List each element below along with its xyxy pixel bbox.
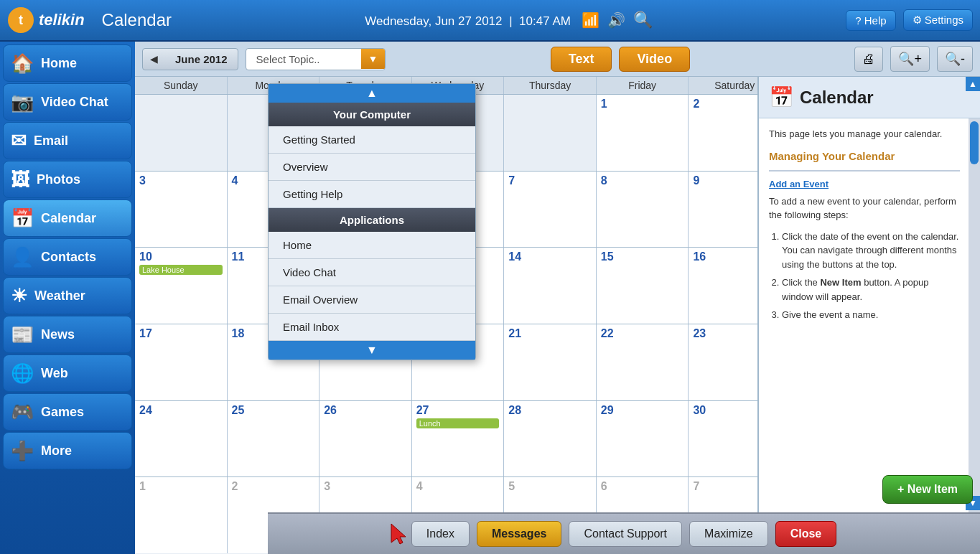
- sidebar-item-news[interactable]: 📰 News: [3, 316, 132, 353]
- svg-text:t: t: [19, 13, 23, 27]
- dropdown-video-chat[interactable]: Video Chat: [269, 259, 475, 286]
- cal-cell[interactable]: 1: [135, 477, 228, 553]
- dropdown-email-overview[interactable]: Email Overview: [269, 286, 475, 314]
- help-add-event-link[interactable]: Add an Event: [769, 177, 960, 192]
- print-button[interactable]: 🖨: [854, 47, 883, 72]
- help-button[interactable]: ? Help: [846, 10, 895, 31]
- video-chat-icon: 📷: [11, 91, 34, 113]
- cursor-indicator: [390, 522, 411, 548]
- volume-icon: 🔊: [607, 12, 625, 28]
- sidebar-label-web: Web: [41, 366, 68, 381]
- cal-cell[interactable]: 8: [597, 172, 689, 248]
- sidebar-label-calendar: Calendar: [41, 211, 96, 226]
- sidebar-item-home[interactable]: 🏠 Home: [3, 44, 132, 82]
- main-layout: 🏠 Home 📷 Video Chat ✉ Email 🖼 Photos 📅 C…: [0, 42, 980, 554]
- cal-cell[interactable]: [504, 95, 597, 171]
- cal-cell[interactable]: 15: [597, 248, 689, 324]
- calendar-icon: 📅: [11, 207, 34, 230]
- sidebar-item-web[interactable]: 🌐 Web: [3, 355, 132, 392]
- dropdown-getting-started[interactable]: Getting Started: [269, 126, 475, 154]
- cal-cell[interactable]: 21: [504, 324, 597, 400]
- logo-text: telikin: [39, 11, 85, 29]
- topic-dropdown-arrow: ▼: [361, 49, 386, 69]
- event-lunch[interactable]: Lunch: [416, 418, 500, 428]
- dropdown-email-inbox[interactable]: Email Inbox: [269, 314, 475, 341]
- topbar-sep: |: [506, 14, 520, 28]
- sidebar-label-games: Games: [41, 405, 84, 420]
- logo-icon: t: [7, 6, 34, 34]
- home-icon: 🏠: [11, 52, 34, 75]
- sidebar-label-more: More: [41, 443, 72, 459]
- dropdown-your-computer-header: Your Computer: [269, 103, 475, 126]
- zoom-in-button[interactable]: 🔍+: [890, 46, 930, 72]
- cal-cell[interactable]: 7: [504, 172, 597, 248]
- sidebar-item-contacts[interactable]: 👤 Contacts: [3, 238, 132, 276]
- topbar: t telikin Calendar Wednesday, Jun 27 201…: [0, 0, 980, 42]
- index-button[interactable]: Index: [411, 521, 470, 547]
- email-icon: ✉: [11, 130, 27, 152]
- month-label: June 2012: [165, 49, 238, 70]
- index-btn-container: Index: [411, 521, 470, 547]
- cal-cell[interactable]: 29: [597, 401, 689, 477]
- content-area: ◀ June 2012 Select Topic.. ▼ Text Video …: [135, 42, 980, 554]
- svg-marker-2: [391, 524, 406, 544]
- sidebar: 🏠 Home 📷 Video Chat ✉ Email 🖼 Photos 📅 C…: [0, 42, 135, 554]
- search-icon[interactable]: 🔍: [633, 11, 653, 29]
- cal-cell[interactable]: 24: [135, 401, 228, 477]
- news-icon: 📰: [11, 324, 34, 346]
- cal-cell[interactable]: [135, 95, 228, 171]
- sidebar-item-weather[interactable]: ☀ Weather: [3, 277, 132, 314]
- close-button[interactable]: Close: [775, 521, 837, 547]
- cal-cell[interactable]: 3: [135, 172, 228, 248]
- sidebar-label-contacts: Contacts: [41, 250, 96, 265]
- cal-cell[interactable]: 26: [319, 401, 412, 477]
- cal-cell[interactable]: 1: [597, 95, 689, 171]
- web-icon: 🌐: [11, 362, 34, 385]
- cal-cell-10[interactable]: 10 Lake House: [135, 248, 228, 324]
- sidebar-item-games[interactable]: 🎮 Games: [3, 393, 132, 431]
- sidebar-item-calendar[interactable]: 📅 Calendar: [3, 199, 132, 237]
- dropdown-home[interactable]: Home: [269, 232, 475, 259]
- cal-cell[interactable]: 28: [504, 401, 597, 477]
- dropdown-scroll-down[interactable]: ▼: [269, 341, 475, 360]
- help-add-event-intro: To add a new event to your calendar, per…: [769, 194, 960, 222]
- sidebar-item-email[interactable]: ✉ Email: [3, 122, 132, 159]
- month-nav: ◀ June 2012: [142, 48, 238, 70]
- sidebar-item-photos[interactable]: 🖼 Photos: [3, 161, 132, 198]
- logo: t telikin: [7, 6, 85, 34]
- topbar-time: 10:47 AM: [519, 14, 571, 28]
- sidebar-label-home: Home: [41, 56, 77, 71]
- messages-button[interactable]: Messages: [477, 521, 562, 547]
- dropdown-getting-help[interactable]: Getting Help: [269, 181, 475, 208]
- sidebar-item-more[interactable]: ➕ More: [3, 432, 132, 469]
- event-lake-house[interactable]: Lake House: [139, 265, 223, 275]
- help-scroll-up[interactable]: ▲: [966, 77, 980, 91]
- settings-button[interactable]: ⚙ Settings: [903, 9, 973, 31]
- sidebar-item-video-chat[interactable]: 📷 Video Chat: [3, 83, 132, 121]
- help-intro: This page lets you manage your calendar.: [769, 127, 960, 141]
- sidebar-label-weather: Weather: [34, 288, 85, 304]
- topic-dropdown[interactable]: Select Topic.. ▼: [246, 48, 386, 70]
- help-panel-title: Calendar: [800, 88, 874, 108]
- prev-month-button[interactable]: ◀: [143, 49, 165, 69]
- calendar-header: ◀ June 2012 Select Topic.. ▼ Text Video …: [135, 42, 980, 77]
- maximize-button[interactable]: Maximize: [689, 521, 768, 547]
- new-item-button[interactable]: + New Item: [882, 475, 973, 504]
- cal-cell-27[interactable]: 27 Lunch: [412, 401, 505, 477]
- day-friday: Friday: [597, 77, 689, 94]
- cal-cell[interactable]: 22: [597, 324, 689, 400]
- cal-cell[interactable]: 25: [228, 401, 320, 477]
- topbar-datetime: Wednesday, Jun 27 2012 | 10:47 AM 📶 🔊 🔍: [179, 11, 839, 29]
- cal-cell[interactable]: 17: [135, 324, 228, 400]
- dropdown-scroll-up[interactable]: ▲: [269, 84, 475, 103]
- text-button[interactable]: Text: [551, 47, 612, 72]
- help-step-3: Give the event a name.: [782, 308, 960, 322]
- video-button[interactable]: Video: [619, 47, 690, 72]
- help-section-managing: Managing Your Calendar: [769, 149, 960, 165]
- cal-cell[interactable]: 14: [504, 248, 597, 324]
- help-scrollbar-thumb[interactable]: [970, 121, 979, 164]
- contact-support-button[interactable]: Contact Support: [569, 521, 682, 547]
- zoom-out-button[interactable]: 🔍-: [937, 46, 973, 72]
- dropdown-overview[interactable]: Overview: [269, 154, 475, 181]
- help-step-2: Click the New Item button. A popup windo…: [782, 276, 960, 304]
